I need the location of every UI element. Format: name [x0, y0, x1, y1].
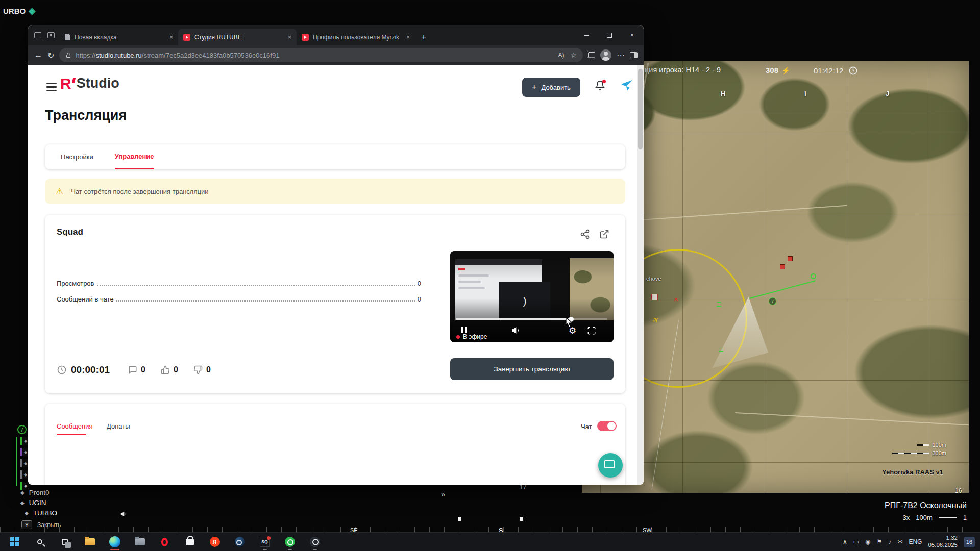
member-diamond-icon: ◆ [24, 510, 29, 516]
weapon-ammo-bar [939, 517, 957, 518]
player-progress-bar[interactable] [456, 318, 607, 320]
fullscreen-icon[interactable] [587, 326, 596, 335]
task-view-button[interactable] [52, 533, 77, 551]
taskbar-search-button[interactable] [27, 533, 52, 551]
new-tab-button[interactable]: + [421, 32, 426, 42]
address-field[interactable]: https://studio.rutube.ru/stream/7ec5a2d3… [59, 48, 583, 62]
tab-search-icon[interactable] [47, 32, 55, 38]
add-button[interactable]: + Добавить [522, 78, 580, 97]
map-scale: 100m 300m [892, 442, 946, 458]
map-grid-letter-j: J [886, 90, 889, 97]
tray-chevron-icon[interactable]: ∧ [843, 538, 847, 545]
end-stream-button[interactable]: Завершить трансляцию [450, 358, 614, 380]
chat-messages-row: Сообщений в чате 0 [57, 295, 421, 303]
sidebar-panel-icon[interactable] [630, 52, 638, 58]
game-brand-diamond-icon: ◈ [29, 6, 35, 16]
role-glyph: ◆ [24, 484, 27, 488]
more-menu-icon[interactable]: ⋯ [617, 51, 625, 60]
logo-mark [71, 78, 76, 83]
favorite-star-icon[interactable]: ☆ [570, 51, 577, 59]
file-explorer-button[interactable] [77, 533, 102, 551]
rutube-favicon [183, 34, 190, 41]
tab-close-icon[interactable]: × [405, 34, 411, 41]
tab-close-icon[interactable]: × [168, 34, 174, 41]
opera-icon [161, 538, 168, 546]
page-title: Трансляция [45, 108, 127, 123]
external-link-icon[interactable] [599, 229, 609, 239]
tab-title: Студия RUTUBE [194, 34, 283, 41]
obs-button[interactable] [302, 533, 327, 551]
tab-management[interactable]: Управление [115, 144, 154, 169]
rutube-favicon [302, 34, 309, 41]
windows-logo-icon [10, 537, 19, 546]
page-scrollbar[interactable] [637, 65, 644, 485]
language-indicator[interactable]: ENG [909, 538, 922, 545]
weapon-panel: РПГ-7В2 Осколочный 3x 100m 1 [885, 501, 967, 521]
tray-flag-icon[interactable]: ⚑ [877, 538, 883, 545]
lightning-icon: ⚡ [781, 66, 790, 74]
rstudio-logo[interactable]: R Studio [60, 76, 119, 91]
taskbar: Я SQ ∧ ▭ ◉ ⚑ ♪ ✉ ENG 1:32 05.06.2025 16 [0, 532, 980, 551]
obs-icon [310, 537, 320, 547]
tray-mail-icon[interactable]: ✉ [897, 538, 902, 545]
browser-tab-new[interactable]: Новая вкладка × [60, 29, 178, 45]
expand-arrow[interactable]: » [441, 490, 445, 498]
messenger-button[interactable] [277, 533, 302, 551]
scrollbar-thumb[interactable] [638, 69, 643, 149]
tray-record-icon[interactable]: ◉ [865, 538, 870, 545]
browser-tab-profile[interactable]: Профиль пользователя Myrzik × [297, 29, 415, 45]
tab-close-icon[interactable]: × [287, 34, 292, 41]
tab-settings[interactable]: Настройки [61, 144, 93, 169]
stream-preview-player[interactable]: ) ⚙ [450, 251, 614, 342]
screen: URBO ◈ H I J 16 7 ✕ ✈ chove 100m [0, 0, 980, 551]
base-flag-marker [651, 294, 658, 300]
taskbar-clock[interactable]: 1:32 05.06.2025 [928, 535, 958, 549]
opera-button[interactable] [152, 533, 177, 551]
folder-dark-button[interactable] [127, 533, 152, 551]
pause-button[interactable] [461, 327, 467, 333]
tab-donations[interactable]: Донаты [107, 422, 130, 430]
collections-icon[interactable] [588, 52, 595, 58]
store-icon [186, 539, 194, 545]
close-window-button[interactable]: × [621, 25, 644, 45]
edge-button[interactable] [102, 533, 127, 551]
telegram-icon[interactable] [620, 79, 633, 92]
notifications-bell-icon[interactable] [595, 80, 605, 91]
minimize-button[interactable] [575, 25, 598, 45]
tab-title: Новая вкладка [75, 34, 164, 41]
read-aloud-icon[interactable]: A) [558, 52, 564, 59]
yandex-button[interactable]: Я [202, 533, 227, 551]
widget-fab-button[interactable] [598, 453, 623, 478]
map-village-label: chove [646, 276, 661, 282]
role-glyph: ◆ [24, 472, 27, 477]
yandex-icon: Я [210, 537, 220, 547]
back-button[interactable]: ← [34, 51, 42, 60]
compass-marker [520, 517, 523, 521]
start-button[interactable] [2, 533, 27, 551]
timer-clock-icon [57, 365, 67, 375]
tray-sound-icon[interactable]: ♪ [888, 538, 891, 545]
volume-icon[interactable] [511, 325, 521, 335]
windows-overlap-icon [606, 462, 615, 468]
likes-count: 0 [174, 365, 178, 374]
maximize-button[interactable] [598, 25, 621, 45]
tray-monitor-icon[interactable]: ▭ [853, 538, 859, 545]
browser-tab-rutube-studio[interactable]: Студия RUTUBE × [178, 29, 297, 45]
profile-avatar[interactable] [600, 49, 611, 61]
stream-title: Squad [57, 227, 83, 237]
steam-button[interactable] [227, 533, 252, 551]
notification-count-badge[interactable]: 16 [964, 537, 975, 547]
stream-counters-row: 00:00:01 0 0 0 [57, 364, 211, 375]
menu-hamburger-icon[interactable] [46, 83, 57, 91]
squad-game-button[interactable]: SQ [252, 533, 277, 551]
warning-banner: ⚠ Чат сотрётся после завершения трансляц… [45, 179, 625, 204]
tab-title: Профиль пользователя Myrzik [313, 34, 401, 41]
messages-tab-underline [57, 434, 86, 435]
share-icon[interactable] [580, 229, 590, 239]
store-button[interactable] [177, 533, 202, 551]
tab-messages[interactable]: Сообщения [57, 422, 93, 430]
page-favicon [65, 34, 70, 40]
workspaces-icon[interactable] [34, 32, 41, 38]
refresh-button[interactable]: ↻ [47, 51, 54, 60]
chat-toggle[interactable] [597, 421, 617, 431]
